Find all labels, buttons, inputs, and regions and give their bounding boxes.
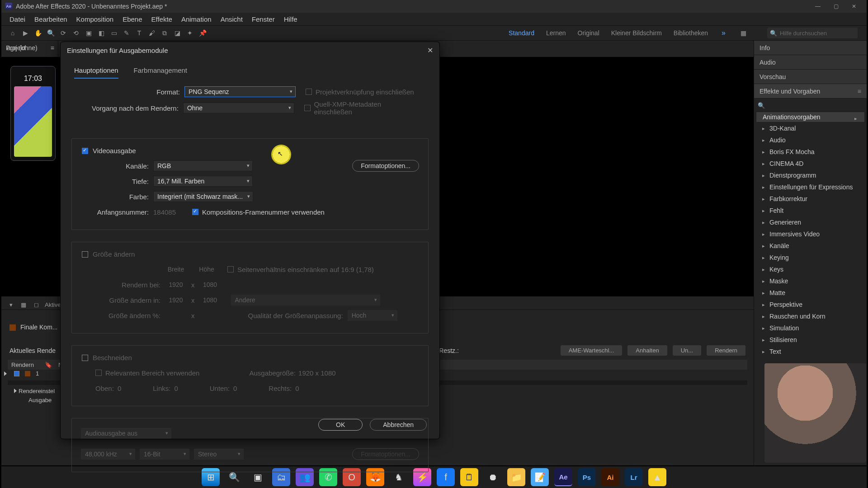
ausgabe-label[interactable]: Ausgabe xyxy=(28,397,52,404)
eraser-tool-icon[interactable]: ◪ xyxy=(171,27,183,39)
rq-expand-icon[interactable] xyxy=(4,371,7,376)
layout-original[interactable]: Original xyxy=(578,29,599,37)
effects-category[interactable]: ▸3D-Kanal xyxy=(756,122,865,134)
layout-bibliotheken[interactable]: Bibliotheken xyxy=(674,29,708,37)
shape-tool-icon[interactable]: ▭ xyxy=(108,27,120,39)
effects-category[interactable]: ▸Audio xyxy=(756,134,865,146)
effects-category[interactable]: ▸Rauschen und Korn xyxy=(756,310,865,322)
layout-lernen[interactable]: Lernen xyxy=(546,29,566,37)
menu-ebene[interactable]: Ebene xyxy=(118,14,146,25)
render-button[interactable]: Rendern xyxy=(707,345,745,356)
puppet-tool-icon[interactable]: 📌 xyxy=(197,27,208,39)
ok-button[interactable]: OK xyxy=(318,419,363,431)
effects-category[interactable]: ▸Simulation xyxy=(756,322,865,334)
ame-queue-button[interactable]: AME-Warteschl... xyxy=(561,345,623,356)
zoom-tool-icon[interactable]: 🔍 xyxy=(45,27,57,39)
effects-category[interactable]: ▸Matte xyxy=(756,287,865,299)
maximize-button[interactable]: ▢ xyxy=(827,1,845,11)
viewer-tab-label[interactable]: age (ohne) xyxy=(7,44,38,52)
effects-category[interactable]: ▸Boris FX Mocha xyxy=(756,146,865,158)
menu-ansicht[interactable]: Ansicht xyxy=(216,14,247,25)
menu-datei[interactable]: Datei xyxy=(5,14,30,25)
effects-category[interactable]: ▸Keying xyxy=(756,252,865,263)
panel-info[interactable]: Info xyxy=(760,44,770,52)
tab-farbmanagement[interactable]: Farbmanagement xyxy=(134,66,187,79)
effects-category[interactable]: ▸Einstellungen für Expressions xyxy=(756,181,865,193)
effects-category[interactable]: ▸Generieren xyxy=(756,216,865,228)
taskbar-files-icon[interactable]: 📁 xyxy=(507,468,525,486)
home-icon[interactable]: ⌂ xyxy=(7,27,19,39)
minimize-button[interactable]: — xyxy=(809,1,827,11)
finale-komp-label[interactable]: Finale Kom... xyxy=(20,324,57,331)
resize-checkbox[interactable] xyxy=(82,251,88,258)
effects-category[interactable]: ▸Keys xyxy=(756,263,865,275)
effects-category[interactable]: ▸Stilisieren xyxy=(756,334,865,346)
menu-animation[interactable]: Animation xyxy=(177,14,216,25)
close-window-button[interactable]: ✕ xyxy=(845,1,863,11)
menu-bearbeiten[interactable]: Bearbeiten xyxy=(30,14,72,25)
taskbar-ae-icon[interactable]: Ae xyxy=(554,468,572,486)
effects-category[interactable]: ▸Dienstprogramm xyxy=(756,169,865,181)
rotation-tool-icon[interactable]: ⟲ xyxy=(70,27,82,39)
taskbar-notes-icon[interactable]: 🗒 xyxy=(460,468,478,486)
text-tool-icon[interactable]: T xyxy=(133,27,145,39)
tab-hauptoptionen[interactable]: Hauptoptionen xyxy=(74,66,118,79)
camera-tool-icon[interactable]: ▣ xyxy=(83,27,94,39)
sync-icon[interactable]: ▦ xyxy=(737,27,749,39)
menu-fenster[interactable]: Fenster xyxy=(247,14,279,25)
effects-category[interactable]: ▸Farbkorrektur xyxy=(756,193,865,205)
effects-category[interactable]: ▸CINEMA 4D xyxy=(756,158,865,169)
effects-category[interactable]: ▸Text xyxy=(756,346,865,357)
layout-standard[interactable]: Standard xyxy=(509,29,534,37)
rq-item-color[interactable] xyxy=(25,371,30,376)
clone-tool-icon[interactable]: ⧉ xyxy=(159,27,170,39)
help-search-input[interactable]: 🔍 Hilfe durchsuchen xyxy=(767,28,858,38)
roto-tool-icon[interactable]: ✦ xyxy=(184,27,196,39)
selection-tool-icon[interactable]: ▶ xyxy=(19,27,31,39)
dialog-close-button[interactable]: ✕ xyxy=(427,46,433,55)
use-comp-frames-checkbox[interactable] xyxy=(192,209,198,215)
taskbar-misc-icon[interactable]: ▲ xyxy=(648,468,666,486)
viewer-mask-icon[interactable]: ◻ xyxy=(32,301,40,308)
taskbar-obs-icon[interactable]: ⏺ xyxy=(484,468,502,486)
taskbar-ps-icon[interactable]: Ps xyxy=(578,468,596,486)
taskbar-editor-icon[interactable]: 📝 xyxy=(531,468,549,486)
menu-effekte[interactable]: Effekte xyxy=(147,14,177,25)
panel-effects-presets[interactable]: Effekte und Vorgaben xyxy=(760,88,820,95)
pen-tool-icon[interactable]: ✎ xyxy=(121,27,132,39)
effects-category[interactable]: ▸Maske xyxy=(756,275,865,287)
orbit-tool-icon[interactable]: ⟳ xyxy=(57,27,69,39)
after-render-select[interactable]: Ohne▾ xyxy=(183,103,294,113)
panel-vorschau[interactable]: Vorschau xyxy=(760,73,786,80)
taskbar-ai-icon[interactable]: Ai xyxy=(601,468,619,486)
rq-item-checkbox[interactable] xyxy=(14,371,19,376)
menu-hilfe[interactable]: Hilfe xyxy=(279,14,302,25)
effects-category[interactable]: ▸Immersives Video xyxy=(756,228,865,240)
pause-button[interactable]: Anhalten xyxy=(627,345,667,356)
cancel-button[interactable]: Abbrechen xyxy=(370,419,427,431)
viewer-magnify-icon[interactable]: ▾ xyxy=(7,301,15,308)
effects-category[interactable]: ▸Kanäle xyxy=(756,240,865,252)
stop-button[interactable]: Un... xyxy=(673,345,701,356)
layouts-more-icon[interactable]: » xyxy=(722,29,726,37)
menu-komposition[interactable]: Komposition xyxy=(72,14,118,25)
brush-tool-icon[interactable]: 🖌 xyxy=(146,27,158,39)
channels-select[interactable]: RGB▾ xyxy=(153,160,253,171)
rq-sub1-expand-icon[interactable] xyxy=(14,389,17,393)
taskbar-facebook-icon[interactable]: f xyxy=(437,468,455,486)
video-output-checkbox[interactable] xyxy=(82,148,88,154)
panel-audio[interactable]: Audio xyxy=(760,59,776,66)
effects-category[interactable]: ▸Perspektive xyxy=(756,299,865,310)
format-options-button[interactable]: Formatoptionen... xyxy=(352,160,419,172)
panel-menu-icon[interactable]: ≡ xyxy=(858,88,861,95)
viewer-grid-icon[interactable]: ▦ xyxy=(19,301,28,308)
hand-tool-icon[interactable]: ✋ xyxy=(32,27,44,39)
depth-select[interactable]: 16,7 Mill. Farben▾ xyxy=(153,176,253,187)
taskbar-lr-icon[interactable]: Lr xyxy=(625,468,643,486)
rendereinstellungen-label[interactable]: Rendereinstel xyxy=(19,388,55,394)
effects-category[interactable]: ▸Fehlt xyxy=(756,205,865,216)
pan-behind-tool-icon[interactable]: ◧ xyxy=(95,27,107,39)
effects-category[interactable]: ▸Animationsvorgaben xyxy=(756,112,865,122)
color-select[interactable]: Integriert (mit Schwarz mask...▾ xyxy=(153,191,253,202)
crop-checkbox[interactable] xyxy=(82,355,88,361)
